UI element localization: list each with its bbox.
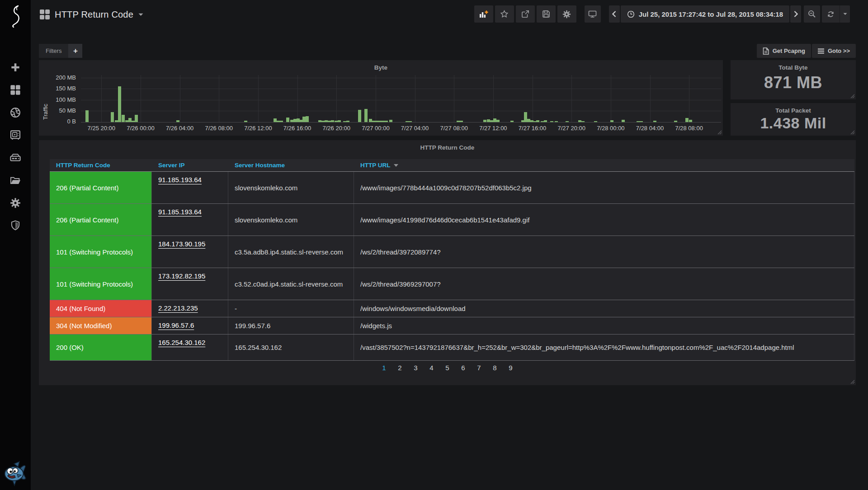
chart-title[interactable]: Byte: [39, 60, 723, 71]
resize-handle[interactable]: [850, 130, 855, 135]
sidebar-item-add[interactable]: [9, 61, 21, 73]
sidebar-item-settings[interactable]: [9, 197, 21, 209]
byte-chart-panel: Byte Traffic 200 MB150 MB100 MB50 MB0 B7…: [39, 60, 723, 136]
page-number-2[interactable]: 2: [396, 364, 404, 372]
chart-bar: [610, 120, 613, 122]
page-number-1[interactable]: 1: [381, 364, 388, 372]
chart-bar: [115, 120, 118, 122]
cell-server-ip: 91.185.193.64: [152, 172, 228, 203]
refresh-button[interactable]: [822, 5, 840, 23]
x-axis-tick: 7/27 00:00: [355, 125, 396, 132]
chart-bar: [689, 120, 692, 122]
filters-label[interactable]: Filters: [39, 44, 68, 58]
settings-gear-icon: [562, 10, 571, 19]
grid-line: [81, 111, 721, 111]
cell-server-hostname: c3.5a.adb8.ip4.static.sl-reverse.com: [228, 236, 354, 268]
sidebar-item-vault[interactable]: [9, 129, 21, 141]
total-byte-panel: Total Byte 871 MB: [731, 60, 856, 99]
chart-bar: [128, 118, 132, 122]
toolbar: Jul 25, 2015 17:27:42 to Jul 28, 2015 08…: [474, 5, 850, 23]
chart-bar: [555, 121, 558, 122]
share-button[interactable]: [516, 5, 535, 23]
stat-value: 871 MB: [731, 73, 856, 92]
page-number-8[interactable]: 8: [491, 364, 499, 372]
star-button[interactable]: [495, 5, 514, 23]
filters-bar: Filters +: [39, 44, 82, 58]
cell-http-url: /www/images/41998d76d46d0cecab6b1541e43a…: [354, 204, 854, 236]
page-number-3[interactable]: 3: [412, 364, 420, 372]
page-number-5[interactable]: 5: [444, 364, 451, 372]
zoom-out-button[interactable]: [804, 5, 820, 23]
chart-bar: [372, 121, 375, 122]
server-ip-link[interactable]: 184.173.90.195: [158, 240, 205, 248]
app-logo[interactable]: [0, 4, 31, 29]
chart-bar: [331, 120, 334, 122]
server-ip-link[interactable]: 91.185.193.64: [158, 208, 202, 216]
time-range-picker[interactable]: Jul 25, 2015 17:27:42 to Jul 28, 2015 08…: [621, 5, 789, 23]
cycle-view-button[interactable]: [585, 5, 601, 23]
cell-server-hostname: slovenskomleko.com: [228, 204, 354, 236]
page-number-7[interactable]: 7: [476, 364, 483, 372]
server-ip-link[interactable]: 2.22.213.235: [158, 304, 198, 312]
refresh-interval-dropdown[interactable]: [840, 5, 850, 23]
settings-button[interactable]: [557, 5, 576, 23]
add-filter-button[interactable]: +: [68, 44, 82, 58]
cell-http-url: /widgets.js: [354, 317, 854, 334]
column-header-label: Server IP: [158, 162, 185, 169]
sidebar-item-security[interactable]: [9, 220, 21, 231]
chart-bar: [653, 121, 656, 122]
stat-title[interactable]: Total Packet: [731, 103, 856, 114]
cell-http-return-code: 101 (Switching Protocols): [50, 236, 152, 268]
resize-handle[interactable]: [850, 380, 855, 384]
grid-line: [650, 75, 651, 122]
sidebar-item-storage[interactable]: [9, 152, 21, 164]
save-icon: [542, 10, 550, 18]
goto-button[interactable]: Goto >>: [812, 44, 856, 58]
cell-server-ip: 165.254.30.162: [152, 335, 228, 360]
column-header-http-return-code[interactable]: HTTP Return Code: [50, 159, 152, 171]
chart-bar: [321, 121, 325, 122]
sidebar-item-files[interactable]: [9, 174, 21, 186]
sidebar-item-capture[interactable]: [9, 107, 21, 118]
column-header-server-ip[interactable]: Server IP: [152, 159, 228, 171]
column-header-http-url[interactable]: HTTP URL: [354, 159, 854, 171]
plus-icon: [10, 62, 21, 73]
resize-handle[interactable]: [850, 94, 855, 99]
page-number-9[interactable]: 9: [507, 364, 514, 372]
time-forward-button[interactable]: [790, 5, 801, 23]
x-axis-tick: 7/26 12:00: [237, 125, 279, 132]
server-ip-link[interactable]: 91.185.193.64: [158, 176, 202, 184]
chart-bar: [306, 116, 309, 122]
dashboard-grid-icon: [40, 9, 50, 19]
sidebar-item-dashboards[interactable]: [9, 84, 21, 96]
grid-line: [180, 75, 180, 122]
chart-bar: [111, 112, 114, 122]
cell-http-return-code: 200 (OK): [50, 335, 152, 360]
chevron-left-icon: [612, 11, 616, 17]
page-number-4[interactable]: 4: [428, 364, 435, 372]
save-button[interactable]: [537, 5, 556, 23]
server-ip-link[interactable]: 173.192.82.195: [158, 272, 205, 280]
x-axis-tick: 7/28 04:00: [629, 125, 671, 132]
server-ip-link[interactable]: 165.254.30.162: [158, 339, 205, 346]
cell-server-ip: 2.22.213.235: [152, 300, 228, 317]
dashboard-picker[interactable]: HTTP Return Code: [40, 7, 143, 22]
chart-bar: [640, 121, 643, 122]
cell-server-ip: 199.96.57.6: [152, 317, 228, 334]
chart-bar: [685, 118, 689, 122]
refresh-group: [822, 5, 850, 23]
add-panel-button[interactable]: [474, 5, 493, 23]
chart-bar: [277, 121, 280, 122]
cell-http-url: /windows/windowsmedia/download: [354, 300, 854, 317]
sidebar-nav: [0, 61, 31, 231]
chart-bar: [550, 121, 553, 122]
time-back-button[interactable]: [609, 5, 620, 23]
resize-handle[interactable]: [717, 130, 722, 135]
fish-mascot-icon[interactable]: [3, 459, 28, 487]
table-title[interactable]: HTTP Return Code: [39, 140, 856, 151]
column-header-server-hostname[interactable]: Server Hostname: [228, 159, 354, 171]
page-number-6[interactable]: 6: [460, 364, 467, 372]
server-ip-link[interactable]: 199.96.57.6: [158, 321, 194, 329]
get-pcapng-button[interactable]: Get Pcapng: [757, 44, 811, 58]
stat-title[interactable]: Total Byte: [731, 60, 856, 71]
